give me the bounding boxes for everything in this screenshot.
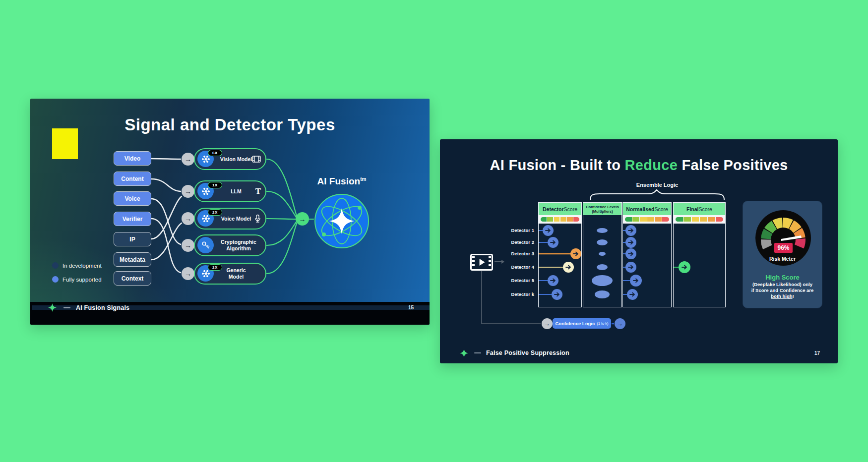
column-normalised-score[interactable]: Normalised Score: [622, 202, 672, 307]
note-headline: High Score: [743, 274, 822, 281]
source-content[interactable]: Content: [114, 172, 151, 186]
source-context[interactable]: Context: [114, 271, 151, 286]
canvas: { "canvas": {"background_color": "#5fee9…: [0, 0, 868, 462]
fusion-title: AI Fusiontm: [302, 176, 381, 187]
column-header: Final Score: [674, 203, 725, 215]
slide-signal-detector-types[interactable]: Signal and Detector Types Video Content …: [30, 99, 430, 325]
source-video[interactable]: Video: [114, 151, 151, 166]
arrow-icon: →: [182, 153, 194, 166]
merge-arrow-icon: →: [296, 212, 309, 226]
risk-meter-label: Risk Meter: [743, 256, 822, 262]
slide1-title: Signal and Detector Types: [30, 116, 430, 134]
slide2-title: AI Fusion - Built to Reduce False Positi…: [440, 157, 838, 173]
score-scale: [623, 215, 671, 224]
page-number: 15: [408, 305, 414, 310]
slide2-footer: False Positive Suppression 17: [440, 343, 838, 363]
row-label: Detector 2: [490, 239, 534, 245]
column-confidence-levels[interactable]: Confidence Levels(Multipliers): [583, 202, 622, 307]
connector-ip-to-llm: [151, 196, 182, 239]
microphone-icon: [254, 215, 261, 223]
row-label: Detector 4: [490, 264, 534, 270]
source-ip[interactable]: IP: [114, 232, 151, 246]
legend-dot-icon: [52, 262, 59, 269]
column-header: Normalised Score: [623, 203, 671, 215]
detector-voice-model[interactable]: 2X Voice Model: [194, 208, 266, 230]
arrow-icon: →: [182, 185, 194, 198]
risk-meter-panel[interactable]: 96% Risk Meter High Score (Deepfake Like…: [743, 201, 822, 308]
arrow-icon: →: [182, 267, 194, 280]
slide1-footer: AI Fusion Signals 15: [30, 302, 430, 325]
risk-value-badge: 96%: [774, 243, 793, 253]
connector-voice-to-crypto: [151, 199, 181, 244]
row-label: Detector 3: [490, 251, 534, 257]
legend-dot-icon: [52, 276, 59, 283]
connector-content-to-llm: [151, 179, 181, 191]
note-line: both high!: [743, 293, 822, 299]
star-logo-icon: [48, 303, 57, 312]
source-metadata[interactable]: Metadata: [114, 252, 151, 267]
column-detector-score[interactable]: Detector Score: [538, 202, 582, 307]
arrow-icon: →: [182, 239, 194, 252]
key-icon: [197, 237, 214, 253]
arrow-icon: →: [182, 212, 194, 225]
page-number: 17: [814, 350, 820, 356]
highlight-word: Reduce: [625, 157, 678, 173]
row-label: Detector 1: [490, 228, 534, 233]
footer-label: AI Fusion Signals: [76, 304, 129, 311]
legend-in-development: In development: [52, 262, 102, 269]
film-icon: [252, 156, 261, 163]
slide-reduce-false-positives[interactable]: AI Fusion - Built to Reduce False Positi…: [440, 139, 838, 363]
source-verifier[interactable]: Verifier: [114, 212, 151, 226]
note-line: (Deepfake Likelihood) only: [743, 282, 822, 287]
confidence-logic-button[interactable]: Confidence Logic (1 to k): [553, 318, 611, 329]
play-icon: [480, 259, 485, 266]
divider: [63, 307, 70, 308]
divider: [474, 352, 481, 354]
star-logo-icon: [460, 349, 468, 357]
arrow-icon: →: [542, 318, 553, 329]
score-scale: [674, 215, 725, 224]
arrow-icon: →: [615, 318, 625, 329]
connector-verifier-to-generic: [151, 219, 181, 273]
column-header: Detector Score: [539, 203, 581, 215]
note-line: if Score and Confidence are: [743, 288, 822, 293]
detector-llm[interactable]: 1X LLM T: [194, 180, 266, 202]
connector-video-to-vision: [151, 159, 181, 159]
column-header: Confidence Levels(Multipliers): [583, 203, 621, 215]
connector-metadata-to-voicemodel: [151, 223, 182, 260]
column-final-score[interactable]: Final Score: [673, 202, 726, 307]
ai-fusion-atom-icon[interactable]: [313, 193, 370, 249]
source-voice[interactable]: Voice: [114, 191, 151, 206]
row-label: Detector k: [490, 291, 534, 297]
score-scale: [539, 215, 581, 224]
detector-vision-model[interactable]: 6X Vision Model: [194, 148, 266, 170]
detector-generic-model[interactable]: 2X Generic Model: [194, 263, 266, 285]
legend-fully-supported: Fully supported: [52, 276, 102, 283]
detector-cryptographic-algorithm[interactable]: Cryptographic Algorithm: [194, 234, 266, 256]
row-label: Detector 5: [490, 278, 534, 284]
brace-icon: [589, 189, 726, 201]
ensemble-logic-label: Ensemble Logic: [589, 182, 726, 188]
footer-label: False Positive Suppression: [486, 349, 569, 356]
